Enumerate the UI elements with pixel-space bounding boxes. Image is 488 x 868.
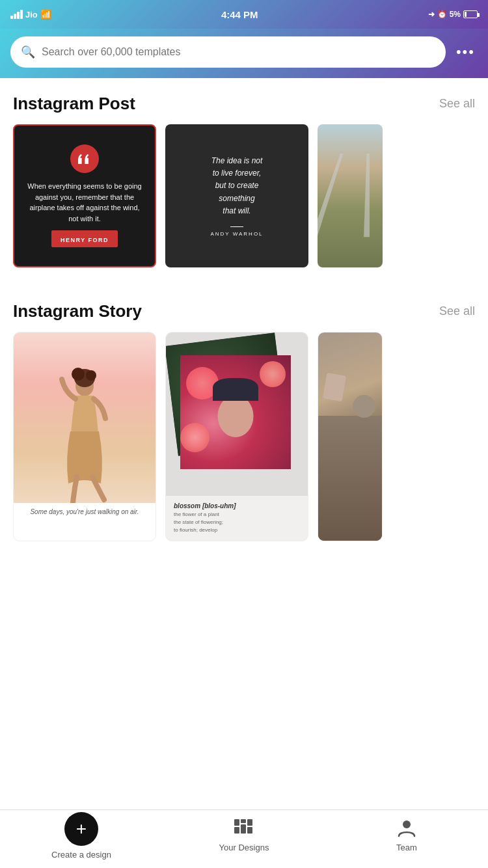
svg-point-3: [86, 370, 96, 381]
henry-ford-quote: When everything seems to be going agains…: [27, 181, 142, 224]
location-icon: ➜: [428, 10, 435, 19]
svg-rect-8: [241, 824, 246, 834]
team-nav-item[interactable]: Team: [325, 819, 488, 852]
bottom-nav: + Create a design Your Designs Team: [0, 809, 488, 868]
more-menu-button[interactable]: •••: [454, 41, 478, 63]
instagram-post-title: Instagram Post: [13, 94, 135, 114]
post-card-henry-ford[interactable]: When everything seems to be going agains…: [13, 124, 156, 267]
search-icon: 🔍: [21, 45, 35, 59]
instagram-post-see-all[interactable]: See all: [439, 97, 475, 111]
story-card-2-inner: blossom [blos-uhm] the flower of a plant…: [166, 332, 308, 541]
story-card-blossom[interactable]: blossom [blos-uhm] the flower of a plant…: [165, 332, 308, 541]
create-design-nav-item[interactable]: + Create a design: [0, 812, 163, 860]
henry-ford-name: HENRY FORD: [61, 237, 109, 243]
blossom-text-area: blossom [blos-uhm] the flower of a plant…: [166, 496, 308, 541]
create-design-icon: +: [64, 812, 98, 846]
instagram-story-section-header: Instagram Story See all: [13, 301, 475, 321]
section-gap-1: [13, 270, 475, 301]
status-left: Jio 📶: [10, 9, 51, 20]
instagram-story-title: Instagram Story: [13, 301, 142, 321]
team-label: Team: [396, 843, 417, 852]
svg-rect-5: [241, 819, 246, 823]
instagram-post-section-header: Instagram Post See all: [13, 94, 475, 114]
alarm-icon: ⏰: [437, 10, 447, 19]
signal-bars: [10, 10, 23, 19]
svg-point-10: [403, 821, 411, 828]
divider: [230, 226, 243, 227]
story-card-food[interactable]: [318, 332, 383, 541]
dancer-silhouette: [46, 353, 124, 503]
svg-rect-9: [247, 827, 252, 834]
search-box[interactable]: 🔍: [10, 36, 446, 68]
henry-ford-badge: HENRY FORD: [51, 230, 118, 247]
andy-warhol-name: ANDY WARHOL: [210, 231, 263, 237]
status-right: ➜ ⏰ 5%: [428, 10, 478, 19]
create-design-label: Create a design: [51, 850, 111, 860]
battery-icon: [463, 10, 478, 18]
search-input[interactable]: [42, 46, 435, 58]
instagram-story-see-all[interactable]: See all: [439, 305, 475, 318]
svg-rect-6: [247, 819, 252, 826]
search-bar-container: 🔍 •••: [0, 29, 488, 78]
svg-rect-7: [234, 827, 239, 834]
story-card-1-inner: Some days, you're just walking on air.: [14, 332, 156, 541]
instagram-story-row: Some days, you're just walking on air.: [0, 332, 488, 544]
story-card-dancer[interactable]: Some days, you're just walking on air.: [13, 332, 156, 541]
quote-icon: [70, 144, 99, 173]
instagram-post-row: When everything seems to be going agains…: [0, 124, 488, 270]
team-icon: [397, 819, 416, 840]
your-designs-icon: [234, 819, 254, 840]
andy-warhol-quote: The idea is not to live forever, but to …: [211, 155, 263, 217]
wifi-icon: 📶: [40, 9, 51, 20]
post-card-landscape[interactable]: [318, 124, 383, 267]
post-card-andy-warhol[interactable]: The idea is not to live forever, but to …: [165, 124, 308, 267]
status-bar: Jio 📶 4:44 PM ➜ ⏰ 5%: [0, 0, 488, 29]
battery-percent: 5%: [450, 10, 461, 19]
dancer-caption: Some days, you're just walking on air.: [21, 508, 148, 515]
blossom-desc: the flower of a plant the state of flowe…: [174, 511, 300, 534]
your-designs-label: Your Designs: [219, 843, 269, 852]
carrier-label: Jio: [25, 10, 38, 20]
status-time: 4:44 PM: [221, 9, 258, 20]
blossom-title: blossom [blos-uhm]: [174, 502, 300, 509]
svg-point-2: [72, 368, 85, 381]
svg-rect-4: [234, 819, 239, 826]
your-designs-nav-item[interactable]: Your Designs: [163, 819, 325, 852]
